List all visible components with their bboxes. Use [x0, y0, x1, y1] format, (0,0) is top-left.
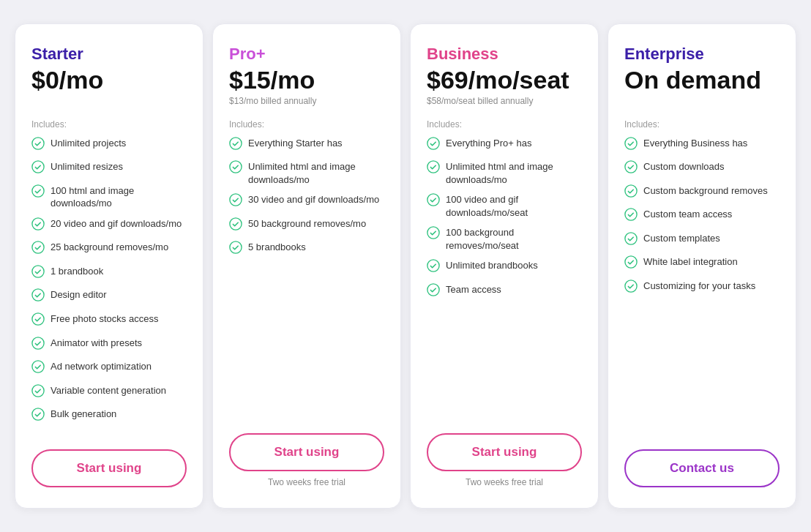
check-circle-icon: [31, 384, 45, 401]
cta-button-business[interactable]: Start using: [427, 433, 582, 471]
includes-label-business: Includes:: [427, 119, 582, 130]
plan-price-business: $69/mo/seat: [427, 67, 582, 94]
svg-point-6: [32, 289, 44, 301]
check-circle-icon: [31, 137, 45, 154]
list-item: Everything Starter has: [229, 137, 384, 154]
check-circle-icon: [624, 232, 638, 249]
list-item: Animator with presets: [31, 337, 187, 353]
svg-point-24: [625, 161, 637, 173]
svg-point-13: [230, 161, 242, 173]
svg-point-25: [625, 185, 637, 197]
plan-name-pro: Pro+: [229, 45, 384, 64]
cta-button-pro[interactable]: Start using: [229, 433, 384, 471]
list-item: Unlimited html and image downloads/mo: [427, 160, 582, 186]
features-list-pro: Everything Starter has Unlimited html an…: [229, 137, 384, 416]
plan-billing-business: $58/mo/seat billed annually: [427, 96, 582, 108]
check-circle-icon: [624, 208, 638, 225]
plan-name-enterprise: Enterprise: [624, 45, 780, 64]
check-circle-icon: [427, 259, 440, 276]
svg-point-10: [32, 385, 44, 397]
check-circle-icon: [31, 184, 45, 201]
features-list-starter: Unlimited projects Unlimited resizes 100…: [31, 137, 187, 432]
svg-point-5: [32, 266, 44, 277]
feature-text: Unlimited html and image downloads/mo: [446, 160, 582, 186]
list-item: Ad network optimization: [31, 360, 187, 377]
list-item: Everything Business has: [624, 137, 780, 154]
check-circle-icon: [31, 241, 45, 258]
svg-point-26: [625, 209, 637, 220]
svg-point-29: [625, 280, 637, 292]
list-item: Custom background removes: [624, 184, 780, 201]
plan-name-starter: Starter: [31, 45, 187, 64]
list-item: 100 video and gif downloads/mo/seat: [427, 193, 582, 219]
cta-button-starter[interactable]: Start using: [31, 449, 187, 487]
list-item: 1 brandbook: [31, 265, 187, 282]
check-circle-icon: [31, 217, 45, 234]
check-circle-icon: [229, 137, 242, 154]
cta-button-enterprise[interactable]: Contact us: [624, 449, 780, 487]
check-circle-icon: [624, 184, 638, 201]
check-circle-icon: [31, 160, 45, 177]
cta-area-starter: Start using: [31, 449, 187, 487]
svg-point-0: [32, 138, 44, 149]
check-circle-icon: [31, 312, 45, 329]
feature-text: Free photo stocks access: [51, 312, 158, 326]
svg-point-21: [427, 260, 439, 271]
plan-price-starter: $0/mo: [31, 67, 187, 94]
check-circle-icon: [229, 217, 242, 234]
cta-area-enterprise: Contact us: [624, 449, 780, 487]
check-circle-icon: [624, 255, 638, 272]
feature-text: Unlimited projects: [51, 137, 126, 150]
cta-area-business: Start usingTwo weeks free trial: [427, 433, 582, 487]
svg-point-23: [625, 138, 637, 149]
pricing-card-pro: Pro+$15/mo$13/mo billed annuallyIncludes…: [212, 23, 401, 509]
plan-price-pro: $15/mo: [229, 67, 384, 94]
list-item: 5 brandbooks: [229, 241, 384, 258]
feature-text: 100 html and image downloads/mo: [51, 184, 187, 210]
list-item: Everything Pro+ has: [427, 137, 582, 154]
feature-text: 50 background removes/mo: [248, 217, 366, 231]
check-circle-icon: [229, 193, 242, 210]
feature-text: 20 video and gif downloads/mo: [51, 217, 182, 231]
list-item: 25 background removes/mo: [31, 241, 187, 258]
list-item: 30 video and gif downloads/mo: [229, 193, 384, 210]
list-item: Customizing for your tasks: [624, 280, 780, 296]
cta-area-pro: Start usingTwo weeks free trial: [229, 433, 384, 487]
list-item: Custom downloads: [624, 160, 780, 177]
svg-point-3: [32, 218, 44, 230]
list-item: Custom templates: [624, 232, 780, 249]
list-item: Free photo stocks access: [31, 312, 187, 329]
feature-text: 25 background removes/mo: [51, 241, 168, 254]
feature-text: Unlimited html and image downloads/mo: [248, 160, 384, 186]
pricing-card-enterprise: EnterpriseOn demandIncludes: Everything …: [608, 23, 796, 509]
feature-text: Everything Pro+ has: [446, 137, 531, 150]
feature-text: Custom templates: [643, 232, 720, 245]
svg-point-2: [32, 185, 44, 197]
svg-point-7: [32, 313, 44, 325]
svg-point-15: [230, 218, 242, 230]
check-circle-icon: [229, 241, 242, 258]
pricing-card-starter: Starter$0/moIncludes: Unlimited projects…: [15, 23, 203, 509]
features-list-business: Everything Pro+ has Unlimited html and i…: [427, 137, 582, 416]
list-item: 100 html and image downloads/mo: [31, 184, 187, 210]
svg-point-11: [32, 408, 44, 420]
check-circle-icon: [31, 337, 45, 353]
cta-note-business: Two weeks free trial: [466, 477, 543, 487]
svg-point-14: [230, 194, 242, 206]
svg-point-12: [230, 138, 242, 149]
includes-label-starter: Includes:: [31, 119, 187, 130]
list-item: 50 background removes/mo: [229, 217, 384, 234]
feature-text: Animator with presets: [51, 337, 142, 350]
check-circle-icon: [427, 160, 440, 177]
plan-billing-enterprise: [624, 96, 780, 108]
feature-text: 30 video and gif downloads/mo: [248, 193, 379, 206]
feature-text: Team access: [446, 283, 501, 296]
plan-billing-pro: $13/mo billed annually: [229, 96, 384, 108]
svg-point-19: [427, 194, 439, 206]
list-item: Variable content generation: [31, 384, 187, 401]
features-list-enterprise: Everything Business has Custom downloads…: [624, 137, 780, 432]
feature-text: Everything Business has: [643, 137, 747, 150]
feature-text: Unlimited brandbooks: [446, 259, 538, 272]
plan-billing-starter: [31, 96, 187, 108]
svg-point-4: [32, 241, 44, 253]
